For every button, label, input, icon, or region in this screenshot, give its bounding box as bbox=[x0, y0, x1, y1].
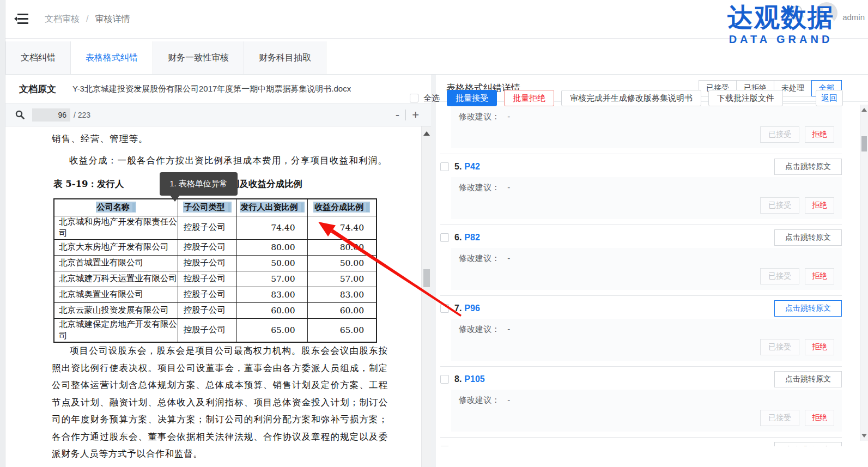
issue-actions: 已接受 拒绝 bbox=[459, 197, 834, 214]
issue-item: 5. P42 点击跳转原文 修改建议： - 已接受 拒绝 bbox=[440, 159, 842, 225]
select-all-checkbox[interactable] bbox=[410, 94, 418, 102]
doc-paragraph: 项目公司设股东会，股东会是项目公司最高权力机构。股东会会议由股东按照出资比例行使… bbox=[52, 342, 388, 463]
page-total-label: / 223 bbox=[74, 111, 90, 119]
accepted-button[interactable]: 已接受 bbox=[760, 126, 799, 143]
reject-button[interactable]: 拒绝 bbox=[805, 268, 834, 284]
jump-to-source-button[interactable]: 点击跳转原文 bbox=[774, 442, 842, 446]
issue-page-link[interactable]: P96 bbox=[464, 304, 479, 313]
suggestion-row: 修改建议： - bbox=[459, 395, 834, 405]
doc-paragraph-line: 销售、经营、管理等。 bbox=[52, 133, 148, 145]
tab[interactable]: 财务科目抽取 bbox=[244, 41, 326, 74]
accepted-button[interactable]: 已接受 bbox=[760, 197, 799, 214]
jump-to-source-button[interactable]: 点击跳转原文 bbox=[774, 229, 842, 246]
batch-accept-button[interactable]: 批量接受 bbox=[447, 90, 497, 106]
tabs: 文档纠错 表格格式纠错 财务一致性审核 财务科目抽取 bbox=[5, 41, 326, 74]
table-cell: 60.00 bbox=[236, 302, 307, 318]
tab[interactable]: 文档纠错 bbox=[5, 41, 70, 74]
issue-item-head: 6. P82 点击跳转原文 bbox=[440, 229, 842, 246]
accepted-button[interactable]: 已接受 bbox=[760, 410, 799, 426]
table-cell: 83.00 bbox=[307, 287, 377, 302]
back-button[interactable]: 返回 bbox=[816, 90, 843, 106]
suggestion-value: - bbox=[507, 183, 510, 192]
issue-checkbox[interactable] bbox=[440, 446, 449, 446]
issue-page-link[interactable]: P42 bbox=[464, 162, 479, 172]
issue-card: 修改建议： - 已接受 拒绝 bbox=[451, 177, 842, 219]
download-annotated-button[interactable]: 下载批注版文件 bbox=[708, 90, 783, 106]
suggestion-label: 修改建议： bbox=[459, 395, 500, 404]
issues-scrollbar-thumb[interactable] bbox=[861, 136, 867, 151]
select-all-wrap: 全选 bbox=[410, 93, 440, 104]
finish-generate-button[interactable]: 审核完成并生成修改版募集说明书 bbox=[561, 90, 701, 106]
issue-item: 6. P82 点击跳转原文 修改建议： - 已接受 拒绝 bbox=[440, 229, 842, 296]
username-label[interactable]: admin bbox=[842, 13, 865, 22]
tooltip-caret bbox=[169, 195, 180, 202]
table-cell: 控股子公司 bbox=[178, 302, 236, 318]
issue-card: 修改建议： - 已接受 拒绝 bbox=[451, 248, 842, 290]
tab[interactable]: 财务一致性审核 bbox=[153, 41, 244, 74]
notification-bell-icon[interactable] bbox=[790, 4, 805, 21]
avatar-person-icon bbox=[816, 2, 837, 24]
table-cell: 50.00 bbox=[307, 255, 377, 271]
issue-checkbox[interactable] bbox=[440, 304, 449, 313]
jump-to-source-button[interactable]: 点击跳转原文 bbox=[774, 371, 842, 387]
issue-item-head: 5. P42 点击跳转原文 bbox=[440, 159, 842, 175]
issue-page-link[interactable]: P105 bbox=[464, 374, 484, 384]
suggestion-label: 修改建议： bbox=[459, 112, 500, 121]
issue-card: 修改建议： - 已接受 拒绝 bbox=[451, 319, 842, 361]
reject-button[interactable]: 拒绝 bbox=[805, 339, 834, 355]
suggestion-label: 修改建议： bbox=[459, 253, 500, 263]
zoom-in-button[interactable]: + bbox=[412, 110, 419, 120]
table-header-cell: 发行人出资比例 bbox=[236, 199, 307, 216]
table-cell: 控股子公司 bbox=[178, 239, 236, 255]
user-avatar[interactable] bbox=[816, 2, 837, 24]
table-row: 北京城奥置业有限公司控股子公司83.0083.00 bbox=[54, 287, 377, 302]
issue-checkbox[interactable] bbox=[440, 233, 449, 242]
search-icon[interactable] bbox=[15, 110, 25, 119]
table-cell: 控股子公司 bbox=[178, 216, 236, 239]
reject-button[interactable]: 拒绝 bbox=[805, 197, 834, 214]
table-cell: 北京首城置业有限公司 bbox=[54, 255, 178, 271]
table-cell: 80.00 bbox=[236, 239, 307, 255]
issues-scrollbar[interactable] bbox=[860, 105, 868, 441]
zoom-controls: - + bbox=[396, 110, 419, 120]
issues-list: 点击跳转原文 修改建议： - 已接受 拒绝 5. P42 点击跳转原文 修改建议… bbox=[436, 102, 868, 446]
table-cell: 北京云蒙山投资发展有限公司 bbox=[54, 302, 178, 318]
scroll-down-arrow-icon[interactable] bbox=[861, 434, 867, 438]
doc-paragraph-line: 收益分成：一般各合作方按出资比例承担成本费用，分享项目收益和利润。 bbox=[69, 155, 387, 167]
tab[interactable]: 表格格式纠错 bbox=[70, 41, 153, 74]
issue-checkbox[interactable] bbox=[440, 375, 449, 384]
zoom-out-button[interactable]: - bbox=[396, 110, 399, 120]
page-number-input[interactable] bbox=[32, 108, 70, 122]
table-cell: 80.00 bbox=[307, 239, 377, 255]
table-header-cell: 公司名称 bbox=[54, 199, 178, 216]
tab-label: 财务一致性审核 bbox=[168, 53, 229, 62]
table-cell: 北京城奥置业有限公司 bbox=[54, 287, 178, 302]
table-cell: 65.00 bbox=[236, 318, 307, 342]
issue-card: 修改建议： - 已接受 拒绝 bbox=[451, 106, 842, 148]
breadcrumb-doc-review[interactable]: 文档审核 bbox=[45, 14, 80, 25]
batch-reject-button[interactable]: 批量拒绝 bbox=[504, 90, 554, 106]
issue-checkbox[interactable] bbox=[440, 162, 449, 171]
suggestion-label: 修改建议： bbox=[459, 183, 500, 192]
scroll-up-arrow-icon[interactable] bbox=[423, 131, 430, 136]
suggestion-row: 修改建议： - bbox=[459, 253, 834, 264]
jump-to-source-button[interactable]: 点击跳转原文 bbox=[774, 300, 842, 317]
scroll-up-arrow-icon[interactable] bbox=[861, 108, 867, 112]
issue-tooltip: 1. 表格单位异常 bbox=[160, 172, 238, 196]
document-scrollbar-thumb[interactable] bbox=[423, 269, 430, 287]
table-cell: 北京城建万科天运置业有限公司 bbox=[54, 271, 178, 287]
jump-to-source-button[interactable]: 点击跳转原文 bbox=[774, 159, 842, 175]
reject-button[interactable]: 拒绝 bbox=[805, 410, 834, 426]
table-cell: 57.00 bbox=[236, 271, 307, 287]
pane-divider bbox=[431, 75, 436, 467]
issue-item: 8. P105 点击跳转原文 修改建议： - 已接受 拒绝 bbox=[440, 371, 842, 438]
accepted-button[interactable]: 已接受 bbox=[760, 339, 799, 355]
reject-button[interactable]: 拒绝 bbox=[805, 126, 834, 143]
document-canvas: 销售、经营、管理等。 收益分成：一般各合作方按出资比例承担成本费用，分享项目收益… bbox=[5, 126, 431, 467]
issue-page-link[interactable]: P82 bbox=[464, 233, 479, 242]
document-scrollbar[interactable] bbox=[421, 126, 431, 467]
table-cell: 控股子公司 bbox=[178, 287, 236, 302]
main-panes: 文档原文 Y-3北京城建投资发展股份有限公司2017年度第一期中期票据募集说明书… bbox=[5, 75, 868, 467]
collapse-menu-icon[interactable] bbox=[14, 13, 28, 25]
accepted-button[interactable]: 已接受 bbox=[760, 268, 799, 284]
